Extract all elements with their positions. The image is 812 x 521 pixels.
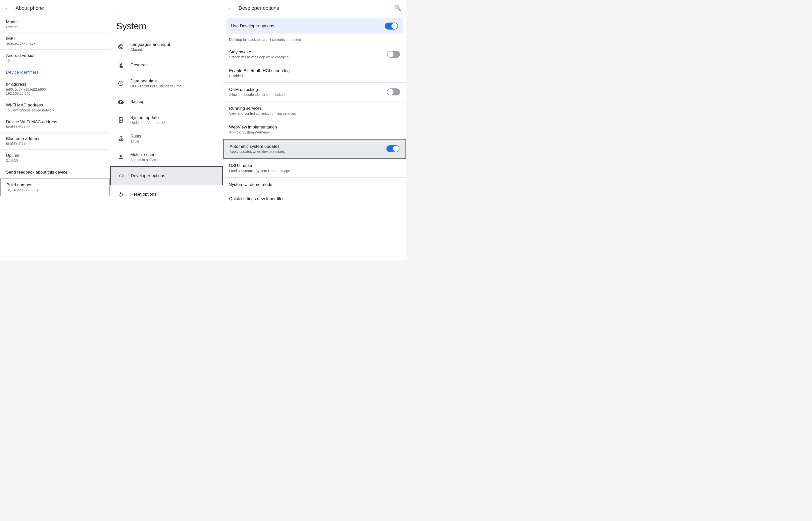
- back-icon-right[interactable]: ←: [228, 5, 234, 11]
- list-item-model[interactable]: Model Pixel 4a: [0, 16, 110, 32]
- globe-icon: [116, 42, 125, 51]
- system-page-title: System: [110, 16, 223, 38]
- bluetooth-hci-title: Enable Bluetooth HCI snoop log: [229, 68, 400, 73]
- nav-item-backup[interactable]: Backup: [110, 93, 223, 111]
- use-developer-options-toggle[interactable]: [385, 23, 398, 29]
- uptime-title: Uptime: [6, 153, 104, 158]
- auto-updates-subtitle: Apply updates when device restarts: [229, 150, 387, 154]
- dev-option-stay-awake[interactable]: Stay awake Screen will never sleep while…: [223, 45, 406, 64]
- dev-option-bluetooth-hci[interactable]: Enable Bluetooth HCI snoop log Disabled: [223, 64, 406, 83]
- use-developer-options-card[interactable]: Use Developer options: [226, 18, 403, 34]
- gesture-icon: [116, 61, 125, 70]
- dev-option-running-services[interactable]: Running services View and control curren…: [223, 101, 406, 120]
- list-item-wifi-mac[interactable]: Wi-Fi MAC address To view, choose saved …: [0, 99, 110, 116]
- nav-item-languages[interactable]: Languages and input Gboard: [110, 38, 223, 56]
- developer-options-text: Developer options: [131, 173, 165, 178]
- nav-item-gestures[interactable]: Gestures: [110, 56, 223, 74]
- toggle-knob: [388, 89, 393, 95]
- imei-subtitle: 359606776572746: [6, 42, 104, 46]
- nav-item-reset-options[interactable]: Reset options: [110, 185, 223, 203]
- auto-updates-toggle[interactable]: [387, 145, 399, 152]
- running-services-title: Running services: [229, 106, 400, 111]
- stay-awake-title: Stay awake: [229, 50, 387, 54]
- webview-title: WebView implementation: [229, 125, 400, 130]
- list-item-build-number[interactable]: Build number SQ3A.220605.009.A1: [0, 179, 110, 196]
- system-update-title: System update: [130, 115, 165, 120]
- model-subtitle: Pixel 4a: [6, 25, 104, 29]
- dev-option-oem-unlocking[interactable]: OEM unlocking Allow the bootloader to be…: [223, 83, 406, 101]
- list-item-imei[interactable]: IMEI 359606776572746: [0, 33, 110, 49]
- multiple-users-subtitle: Signed in as Archana: [130, 158, 163, 162]
- dev-option-system-ui-demo[interactable]: System UI demo mode: [223, 178, 406, 191]
- android-version-title: Android version: [6, 53, 104, 58]
- bluetooth-address-subtitle: f8:0f:f9:df:71:dc: [6, 142, 104, 146]
- build-number-subtitle: SQ3A.220605.009.A1: [6, 188, 104, 192]
- toggle-knob: [393, 146, 399, 152]
- about-phone-title: About phone: [16, 5, 44, 11]
- dev-option-quick-settings-tiles[interactable]: Quick settings developer tiles: [223, 192, 406, 206]
- android-version-subtitle: 12: [6, 59, 104, 63]
- users-icon: [116, 153, 125, 162]
- reset-options-title: Reset options: [130, 192, 156, 197]
- wifi-mac-title: Wi-Fi MAC address: [6, 103, 104, 108]
- search-icon[interactable]: 🔍: [394, 5, 401, 11]
- about-phone-panel: ← About phone Model Pixel 4a IMEI 359606…: [0, 0, 110, 260]
- gestures-title: Gestures: [130, 63, 148, 68]
- oem-unlocking-title: OEM unlocking: [229, 87, 387, 92]
- ip-address-title: IP address: [6, 82, 104, 87]
- back-icon-middle[interactable]: ←: [115, 5, 121, 11]
- dsu-loader-subtitle: Load a Dynamic System Update Image: [229, 169, 400, 173]
- nav-item-system-update[interactable]: System update Updated to Android 12: [110, 111, 223, 129]
- device-wifi-mac-subtitle: f8:0f:f9:df:71:dd: [6, 125, 104, 129]
- dsu-loader-title: DSU Loader: [229, 163, 400, 168]
- rules-text: Rules 1 rule: [130, 134, 141, 143]
- oem-unlocking-toggle[interactable]: [387, 88, 400, 95]
- auto-updates-title: Automatic system updates: [229, 144, 387, 149]
- back-icon-left[interactable]: ←: [5, 5, 10, 11]
- backup-text: Backup: [130, 99, 145, 104]
- list-item-android-version[interactable]: Android version 12: [0, 50, 110, 66]
- toggle-knob: [388, 51, 393, 58]
- languages-subtitle: Gboard: [130, 48, 170, 52]
- model-title: Model: [6, 20, 104, 25]
- developer-options-panel: ← Developer options 🔍 Use Developer opti…: [223, 0, 406, 260]
- backup-title: Backup: [130, 99, 145, 104]
- multiple-users-text: Multiple users Signed in as Archana: [130, 152, 163, 162]
- build-number-title: Build number: [6, 183, 104, 188]
- languages-title: Languages and input: [130, 42, 170, 47]
- list-item-bluetooth-address[interactable]: Bluetooth address f8:0f:f9:df:71:dc: [0, 133, 110, 149]
- list-item-ip-address[interactable]: IP address fe80::5c87:a3ff:fe22:b866192.…: [0, 78, 110, 99]
- developer-icon: [117, 171, 126, 180]
- date-time-text: Date and time GMT+05:30 India Standard T…: [130, 78, 181, 88]
- developer-options-header: ← Developer options 🔍: [223, 0, 406, 16]
- nav-item-date-time[interactable]: Date and time GMT+05:30 India Standard T…: [110, 74, 223, 93]
- system-update-subtitle: Updated to Android 12: [130, 121, 165, 125]
- imei-title: IMEI: [6, 36, 104, 41]
- running-services-subtitle: View and control currently running servi…: [229, 111, 400, 115]
- desktop-backups-note: Desktop full backups aren't currently pr…: [223, 36, 406, 45]
- clock-icon: [116, 79, 125, 88]
- oem-unlocking-subtitle: Allow the bootloader to be unlocked: [229, 93, 387, 97]
- nav-item-multiple-users[interactable]: Multiple users Signed in as Archana: [110, 148, 223, 166]
- dev-option-auto-updates[interactable]: Automatic system updates Apply updates w…: [223, 139, 406, 159]
- reset-icon: [116, 190, 125, 199]
- bluetooth-hci-subtitle: Disabled: [229, 74, 400, 78]
- nav-item-rules[interactable]: Rules 1 rule: [110, 129, 223, 148]
- reset-options-text: Reset options: [130, 192, 156, 197]
- dev-option-webview[interactable]: WebView implementation Android System We…: [223, 120, 406, 139]
- stay-awake-toggle[interactable]: [387, 51, 400, 58]
- system-panel: ← System Languages and input Gboard Gest…: [110, 0, 223, 260]
- device-identifiers-title: Device identifiers: [6, 70, 104, 75]
- list-item-send-feedback[interactable]: Send feedback about this device: [0, 166, 110, 178]
- send-feedback-title: Send feedback about this device: [6, 170, 104, 175]
- bluetooth-address-title: Bluetooth address: [6, 136, 104, 141]
- device-wifi-mac-title: Device Wi-Fi MAC address: [6, 119, 104, 124]
- toggle-knob: [392, 23, 397, 29]
- nav-item-developer-options[interactable]: Developer options: [110, 166, 223, 185]
- dev-option-dsu-loader[interactable]: DSU Loader Load a Dynamic System Update …: [223, 159, 406, 177]
- list-item-device-wifi-mac[interactable]: Device Wi-Fi MAC address f8:0f:f9:df:71:…: [0, 116, 110, 133]
- stay-awake-subtitle: Screen will never sleep while charging: [229, 55, 387, 59]
- multiple-users-title: Multiple users: [130, 152, 163, 157]
- webview-subtitle: Android System WebView: [229, 130, 400, 134]
- rules-icon: [116, 134, 125, 143]
